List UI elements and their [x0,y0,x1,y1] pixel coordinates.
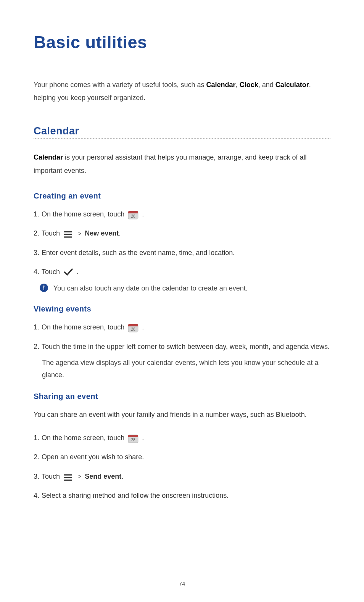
step-end: . [142,323,144,331]
svg-rect-14 [128,436,138,437]
creating-event-steps: 1. On the home screen, touch 28 . 2. Tou… [34,208,330,278]
intro-sep1: , [236,81,240,89]
calendar-icon: 28 [128,210,139,219]
step-bold: New event [85,229,119,237]
step-number: 1. [34,321,39,333]
step-content: Touch > Send event. [42,470,123,483]
svg-point-7 [43,286,45,287]
step-content: Touch . [42,266,79,278]
info-note: You can also touch any date on the calen… [40,283,330,294]
svg-text:28: 28 [131,214,136,218]
step-end: . [142,210,144,218]
step-number: 1. [34,432,39,444]
step-text: Touch [42,268,62,276]
gt-symbol: > [78,473,81,479]
info-icon [40,284,48,292]
step-number: 4. [34,266,39,278]
intro-bold-calendar: Calendar [206,81,236,89]
svg-text:28: 28 [131,438,136,442]
step-item: 2. Open an event you wish to share. [34,451,330,463]
step-item: 3. Enter event details, such as the even… [34,247,330,259]
step-item: 2. Touch > New event. [34,227,330,239]
step-item: 1. On the home screen, touch 28 . [34,321,330,333]
step-text: Touch [42,473,62,480]
sharing-event-heading: Sharing an event [34,392,330,401]
step-content: Open an event you wish to share. [42,451,144,463]
section-divider [34,138,330,139]
step-content: Enter event details, such as the event n… [42,247,235,259]
step-end: . [142,434,144,442]
step-content: On the home screen, touch 28 . [42,432,144,444]
step-item: 1. On the home screen, touch 28 . [34,208,330,220]
step-item: 4. Touch . [34,266,330,278]
calendar-icon: 28 [128,433,139,443]
viewing-events-steps: 1. On the home screen, touch 28 . 2. Tou… [34,321,330,353]
step-item: 4. Select a sharing method and follow th… [34,489,330,502]
step-content: On the home screen, touch 28 . [42,208,144,220]
intro-sep2: , and [258,81,275,89]
check-icon [63,268,73,276]
step-content: On the home screen, touch 28 . [42,321,144,333]
step-text: On the home screen, touch [42,434,126,442]
calendar-icon: 28 [128,323,139,332]
intro-bold-calculator: Calculator [275,81,309,89]
gt-symbol: > [78,231,81,237]
step-content: Select a sharing method and follow the o… [42,489,229,502]
menu-icon [63,230,72,237]
step-number: 1. [34,208,39,220]
step-content: Touch the time in the upper left corner … [42,341,330,353]
step-content: Touch > New event. [42,227,121,239]
svg-rect-10 [128,326,138,326]
intro-prefix: Your phone comes with a variety of usefu… [34,81,206,89]
step-text: On the home screen, touch [42,210,126,218]
step-end: . [119,229,121,237]
step-end: . [121,473,123,480]
intro-paragraph: Your phone comes with a variety of usefu… [34,78,330,104]
step-number: 2. [34,341,39,353]
step-end: . [77,268,79,276]
creating-event-heading: Creating an event [34,192,330,200]
step-bold: Send event [85,473,121,480]
step-item: 2. Touch the time in the upper left corn… [34,341,330,353]
svg-rect-2 [128,213,138,213]
menu-icon [63,473,72,481]
step-number: 2. [34,451,39,463]
step-text: On the home screen, touch [42,323,126,331]
page-title: Basic utilities [34,32,330,52]
page-number: 74 [179,580,185,587]
step-number: 2. [34,227,39,239]
sharing-intro: You can share an event with your family … [34,408,330,421]
step-text: Touch [42,229,62,237]
step-item: 1. On the home screen, touch 28 . [34,432,330,444]
note-text: You can also touch any date on the calen… [53,283,248,294]
calendar-desc-bold: Calendar [34,153,63,161]
calendar-description: Calendar is your personal assistant that… [34,151,330,177]
intro-bold-clock: Clock [240,81,258,89]
calendar-desc-rest: is your personal assistant that helps yo… [34,153,306,174]
viewing-detail: The agenda view displays all your calend… [42,357,330,381]
sharing-event-steps: 1. On the home screen, touch 28 . 2. Ope… [34,432,330,502]
step-number: 4. [34,489,39,502]
step-item: 3. Touch > Send event. [34,470,330,483]
step-number: 3. [34,247,39,259]
svg-text:28: 28 [131,327,136,331]
viewing-events-heading: Viewing events [34,305,330,313]
step-number: 3. [34,470,39,483]
calendar-heading: Calendar [34,125,330,137]
